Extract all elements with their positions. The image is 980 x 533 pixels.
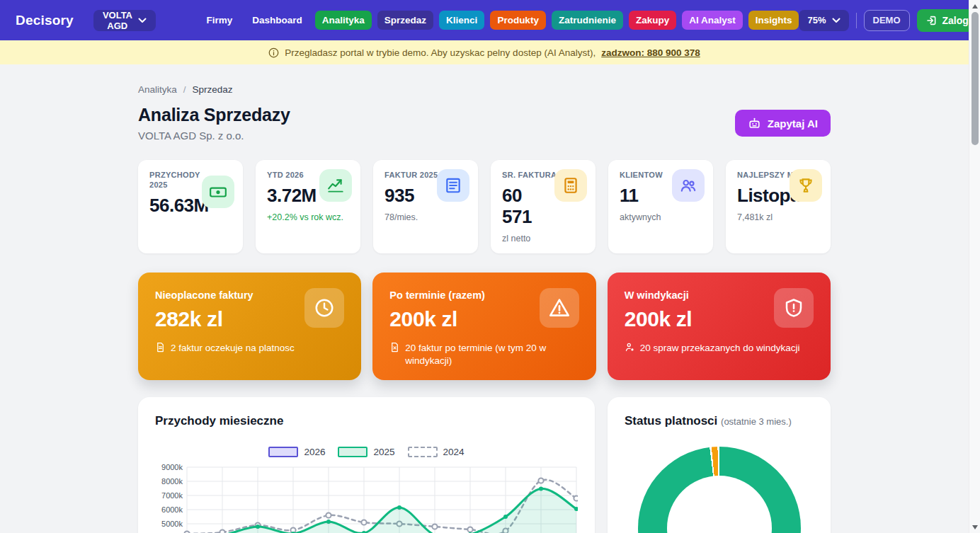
kpi-card-faktur: FAKTUR 2025 935 78/mies.	[373, 160, 478, 253]
kpi-card-srednia-faktura: SR. FAKTURA 60 571 zl netto	[491, 160, 596, 253]
kpi-card-przychody: PRZYCHODY 2025 56.63M	[138, 160, 243, 253]
legend-item-2024[interactable]: 2024	[408, 447, 465, 457]
scroll-up-arrow[interactable]	[969, 1, 980, 11]
scroll-down-arrow[interactable]	[969, 522, 980, 532]
scrollbar-thumb[interactable]	[972, 12, 979, 145]
breadcrumb-parent[interactable]: Analityka	[138, 84, 177, 95]
ask-ai-label: Zapytaj AI	[768, 118, 818, 130]
document-x-icon	[389, 342, 400, 353]
nav-item-klienci[interactable]: Klienci	[439, 11, 484, 30]
app-logo: Decisory	[16, 13, 74, 28]
kpi-sub: aktywnych	[620, 212, 703, 222]
revenue-chart-card: Przychody miesieczne 202620252024 9000k8…	[138, 397, 595, 533]
nav-menu: Firmy Dashboard Analityka Sprzedaz Klien…	[200, 11, 799, 30]
document-icon	[155, 342, 166, 353]
kpi-sub: 78/mies.	[384, 212, 468, 222]
nav-item-insights[interactable]: Insights	[748, 11, 799, 30]
kpi-value: 60 571	[502, 185, 547, 227]
users-icon	[672, 169, 705, 202]
kpi-card-klientow: KLIENTOW 11 aktywnych	[608, 160, 713, 253]
company-selector-label: VOLTA AGD	[103, 10, 132, 31]
login-icon	[926, 15, 938, 26]
calculator-icon	[554, 169, 587, 202]
legend-label: 2025	[373, 447, 394, 457]
page-title: Analiza Sprzedazy	[138, 103, 290, 126]
alert-note-text: 2 faktur oczekuje na platnosc	[171, 342, 295, 355]
banknote-icon	[202, 176, 234, 208]
demo-badge: DEMO	[864, 10, 910, 31]
alerts-row: Nieoplacone faktury 282k zl 2 faktur ocz…	[138, 273, 831, 380]
legend-item-2026[interactable]: 2026	[268, 447, 325, 457]
svg-text:9000k: 9000k	[161, 463, 183, 471]
navbar-right-cluster: 75% DEMO Zaloguj	[799, 9, 980, 32]
navbar-divider	[856, 13, 857, 28]
company-selector[interactable]: VOLTA AGD	[93, 10, 156, 31]
kpi-card-ytd: YTD 2026 3.72M +20.2% vs rok wcz.	[256, 160, 360, 253]
alert-card-windykacja: W windykacji 200k zl 20 spraw przekazany…	[608, 273, 831, 380]
vertical-scrollbar	[969, 0, 980, 533]
demo-banner: Przegladasz portal w trybie demo. Aby uz…	[0, 40, 969, 64]
legend-swatch	[338, 447, 368, 457]
svg-text:6000k: 6000k	[161, 505, 183, 514]
nav-item-firmy[interactable]: Firmy	[200, 11, 240, 30]
zoom-level-value: 75%	[807, 15, 826, 25]
ask-ai-button[interactable]: Zapytaj AI	[735, 110, 831, 137]
chevron-down-icon	[832, 18, 841, 23]
zoom-level-select[interactable]: 75%	[799, 10, 848, 31]
nav-item-analityka[interactable]: Analityka	[315, 11, 372, 30]
chart-title: Przychody miesieczne	[155, 414, 578, 428]
nav-item-ai-analyst[interactable]: AI Analyst	[682, 11, 743, 30]
page-subtitle: VOLTA AGD Sp. z o.o.	[138, 128, 290, 143]
nav-item-zatrudnienie[interactable]: Zatrudnienie	[552, 11, 623, 30]
kpi-row: PRZYCHODY 2025 56.63M YTD 2026 3.72M +20…	[138, 160, 831, 253]
payment-status-card: Status platnosci (ostatnie 3 mies.)	[608, 397, 831, 533]
nav-item-sprzedaz[interactable]: Sprzedaz	[377, 11, 433, 30]
invoice-icon	[437, 169, 469, 202]
kpi-card-najlepszy-miesiac: NAJLEPSZY MIES. Listopad 7,481k zl	[726, 160, 831, 253]
legend-label: 2026	[304, 447, 325, 457]
warning-triangle-icon	[540, 288, 579, 328]
legend-swatch	[408, 447, 438, 457]
chevron-down-icon	[138, 18, 147, 23]
payment-status-donut	[638, 447, 801, 533]
alert-note-text: 20 spraw przekazanych do windykacji	[640, 342, 800, 355]
nav-item-produkty[interactable]: Produkty	[490, 11, 546, 30]
donut-title: Status platnosci	[625, 414, 717, 428]
person-gear-icon	[625, 342, 635, 353]
trophy-icon	[790, 169, 822, 202]
shield-alert-icon	[774, 288, 814, 328]
breadcrumb-current: Sprzedaz	[193, 84, 233, 95]
legend-item-2025[interactable]: 2025	[338, 447, 394, 457]
svg-text:7000k: 7000k	[161, 491, 183, 500]
nav-item-dashboard[interactable]: Dashboard	[245, 11, 309, 30]
alert-card-nieoplacone: Nieoplacone faktury 282k zl 2 faktur ocz…	[138, 273, 361, 380]
main-content: Analityka / Sprzedaz Analiza Sprzedazy V…	[0, 64, 969, 533]
chart-legend: 202620252024	[155, 447, 578, 457]
legend-swatch	[268, 447, 298, 457]
kpi-sub: zl netto	[502, 234, 586, 243]
info-icon	[268, 47, 279, 58]
alert-card-po-terminie: Po terminie (razem) 200k zl 20 faktur po…	[372, 273, 596, 380]
kpi-sub: 7,481k zl	[737, 212, 821, 222]
trending-up-icon	[319, 169, 352, 202]
svg-text:8000k: 8000k	[161, 477, 183, 486]
breadcrumb: Analityka / Sprzedaz	[138, 84, 831, 95]
top-navbar: Decisory VOLTA AGD Firmy Dashboard Anali…	[0, 0, 969, 40]
nav-item-zakupy[interactable]: Zakupy	[629, 11, 676, 30]
breadcrumb-separator: /	[183, 84, 186, 95]
clock-icon	[304, 288, 344, 328]
svg-text:5000k: 5000k	[161, 520, 183, 528]
demo-banner-text: Przegladasz portal w trybie demo. Aby uz…	[285, 47, 596, 58]
kpi-label: PRZYCHODY 2025	[149, 170, 207, 190]
alert-note-text: 20 faktur po terminie (w tym 20 w windyk…	[405, 342, 574, 367]
donut-subtitle: (ostatnie 3 mies.)	[721, 416, 792, 427]
kpi-sub: +20.2% vs rok wcz.	[267, 212, 351, 222]
robot-icon	[748, 117, 761, 130]
demo-banner-phone-link[interactable]: zadzwon: 880 900 378	[601, 47, 700, 58]
revenue-line-chart: 9000k8000k7000k6000k5000k4000k3000kStyLu…	[155, 460, 578, 533]
legend-label: 2024	[443, 447, 465, 457]
